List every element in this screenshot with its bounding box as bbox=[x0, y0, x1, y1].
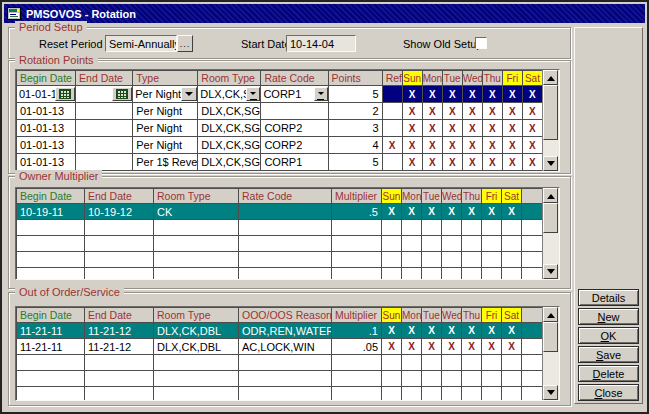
rotation-scrollbar[interactable] bbox=[542, 70, 559, 171]
day-cell-sat[interactable]: X bbox=[522, 86, 542, 103]
room-type-cell[interactable]: CK bbox=[154, 204, 239, 220]
scrollbar-thumb[interactable] bbox=[543, 203, 558, 233]
day-cell-wed[interactable]: X bbox=[462, 154, 482, 171]
title-bar[interactable]: PMSOVOS - Rotation bbox=[4, 4, 645, 23]
day-cell-tue[interactable]: X bbox=[422, 339, 442, 355]
reason-cell[interactable]: AC,LOCK,WIN bbox=[239, 339, 332, 355]
day-cell-mon[interactable]: X bbox=[402, 323, 422, 339]
multiplier-cell[interactable]: .5 bbox=[332, 204, 382, 220]
begin-date-cell[interactable]: 01-01-13 bbox=[17, 103, 76, 120]
reset-period-field[interactable]: Semi-Annually bbox=[105, 35, 177, 52]
day-cell-mon[interactable]: X bbox=[402, 339, 422, 355]
day-cell-sun[interactable]: X bbox=[402, 120, 422, 137]
day-cell-mon[interactable]: X bbox=[402, 204, 422, 220]
day-cell-fri[interactable]: X bbox=[502, 120, 522, 137]
ref-cell[interactable] bbox=[382, 86, 402, 103]
rate-code-cell[interactable]: CORP2 bbox=[261, 137, 328, 154]
points-cell[interactable]: 4 bbox=[328, 137, 382, 154]
day-cell-tue[interactable]: X bbox=[442, 103, 462, 120]
day-cell-sat[interactable]: X bbox=[522, 154, 542, 171]
day-cell-tue[interactable]: X bbox=[442, 86, 462, 103]
points-cell[interactable]: 5 bbox=[328, 154, 382, 171]
scroll-down-icon[interactable] bbox=[543, 385, 558, 400]
room-type-cell[interactable]: DLX,CK,SGK,KC bbox=[198, 137, 261, 154]
day-cell-mon[interactable]: X bbox=[422, 154, 442, 171]
day-cell-tue[interactable]: X bbox=[422, 323, 442, 339]
day-cell-mon[interactable]: X bbox=[422, 137, 442, 154]
end-date-cell[interactable] bbox=[76, 137, 133, 154]
type-cell[interactable]: Per Night bbox=[133, 137, 198, 154]
ref-cell[interactable]: X bbox=[382, 137, 402, 154]
day-cell-sat[interactable]: X bbox=[522, 137, 542, 154]
points-cell[interactable]: 5 bbox=[328, 86, 382, 103]
day-cell-fri[interactable]: X bbox=[502, 103, 522, 120]
calendar-icon[interactable] bbox=[112, 87, 132, 101]
day-cell-thu[interactable]: X bbox=[482, 154, 502, 171]
multiplier-cell[interactable]: .1 bbox=[332, 323, 382, 339]
room-type-cell[interactable]: DLX,CK,SGK,KC bbox=[198, 154, 261, 171]
rate-code-cell[interactable]: CORP1 bbox=[261, 86, 328, 103]
day-cell-thu[interactable]: X bbox=[462, 204, 482, 220]
day-cell-tue[interactable]: X bbox=[442, 120, 462, 137]
scroll-down-icon[interactable] bbox=[543, 264, 558, 279]
scroll-up-icon[interactable] bbox=[543, 70, 558, 85]
day-cell-sat[interactable]: X bbox=[522, 120, 542, 137]
end-date-cell[interactable]: 11-21-12 bbox=[85, 323, 154, 339]
rate-code-cell[interactable]: CORP1 bbox=[261, 154, 328, 171]
day-cell-thu[interactable]: X bbox=[482, 103, 502, 120]
type-cell[interactable]: Per Night bbox=[133, 103, 198, 120]
room-type-cell[interactable]: DLX,CK,SGI bbox=[198, 86, 261, 103]
begin-date-cell[interactable]: 01-01-13 bbox=[17, 137, 76, 154]
room-type-cell[interactable]: DLX,CK,SGK,KC bbox=[198, 120, 261, 137]
day-cell-sat[interactable]: X bbox=[502, 204, 522, 220]
day-cell-wed[interactable]: X bbox=[442, 204, 462, 220]
points-cell[interactable]: 2 bbox=[328, 103, 382, 120]
end-date-cell[interactable]: 11-21-12 bbox=[85, 339, 154, 355]
day-cell-fri[interactable]: X bbox=[482, 323, 502, 339]
rate-code-cell[interactable]: CORP2 bbox=[261, 120, 328, 137]
day-cell-sun[interactable]: X bbox=[382, 204, 402, 220]
ooo-scrollbar[interactable] bbox=[542, 307, 559, 400]
scrollbar-thumb[interactable] bbox=[543, 322, 558, 352]
owner-scrollbar[interactable] bbox=[542, 188, 559, 279]
day-cell-thu[interactable]: X bbox=[462, 323, 482, 339]
day-cell-sat[interactable]: X bbox=[502, 323, 522, 339]
day-cell-wed[interactable]: X bbox=[462, 120, 482, 137]
calendar-icon[interactable] bbox=[55, 87, 75, 101]
rate-code-cell[interactable] bbox=[261, 103, 328, 120]
day-cell-sun[interactable]: X bbox=[402, 137, 422, 154]
scroll-up-icon[interactable] bbox=[543, 307, 558, 322]
ok-button[interactable]: OK bbox=[578, 327, 639, 344]
day-cell-wed[interactable]: X bbox=[442, 323, 462, 339]
day-cell-fri[interactable]: X bbox=[482, 204, 502, 220]
dropdown-icon[interactable] bbox=[181, 87, 197, 101]
room-type-cell[interactable]: DLX,CK,DBL bbox=[154, 339, 239, 355]
end-date-cell[interactable] bbox=[76, 86, 133, 103]
day-cell-sun[interactable]: X bbox=[382, 339, 402, 355]
points-cell[interactable]: 3 bbox=[328, 120, 382, 137]
day-cell-tue[interactable]: X bbox=[442, 154, 462, 171]
save-button[interactable]: Save bbox=[578, 346, 639, 363]
ref-cell[interactable] bbox=[382, 120, 402, 137]
reset-period-browse-button[interactable]: ... bbox=[177, 35, 193, 52]
list-of-values-icon[interactable] bbox=[314, 87, 328, 101]
day-cell-sun[interactable]: X bbox=[382, 323, 402, 339]
scrollbar-thumb[interactable] bbox=[543, 85, 558, 140]
end-date-cell[interactable] bbox=[76, 154, 133, 171]
day-cell-thu[interactable]: X bbox=[482, 137, 502, 154]
details-button[interactable]: Details bbox=[578, 289, 639, 306]
list-of-values-icon[interactable] bbox=[246, 87, 260, 101]
type-cell[interactable]: Per 1$ Revenu bbox=[133, 154, 198, 171]
begin-date-cell[interactable]: 01-01-13 bbox=[17, 154, 76, 171]
scroll-down-icon[interactable] bbox=[543, 156, 558, 171]
end-date-cell[interactable] bbox=[76, 103, 133, 120]
rate_code-cell[interactable] bbox=[239, 204, 332, 220]
day-cell-sat[interactable]: X bbox=[502, 339, 522, 355]
type-cell[interactable]: Per Night bbox=[133, 120, 198, 137]
end-date-cell[interactable] bbox=[76, 120, 133, 137]
day-cell-wed[interactable]: X bbox=[462, 137, 482, 154]
day-cell-wed[interactable]: X bbox=[462, 103, 482, 120]
day-cell-thu[interactable]: X bbox=[482, 120, 502, 137]
day-cell-fri[interactable]: X bbox=[502, 154, 522, 171]
day-cell-sun[interactable]: X bbox=[402, 103, 422, 120]
